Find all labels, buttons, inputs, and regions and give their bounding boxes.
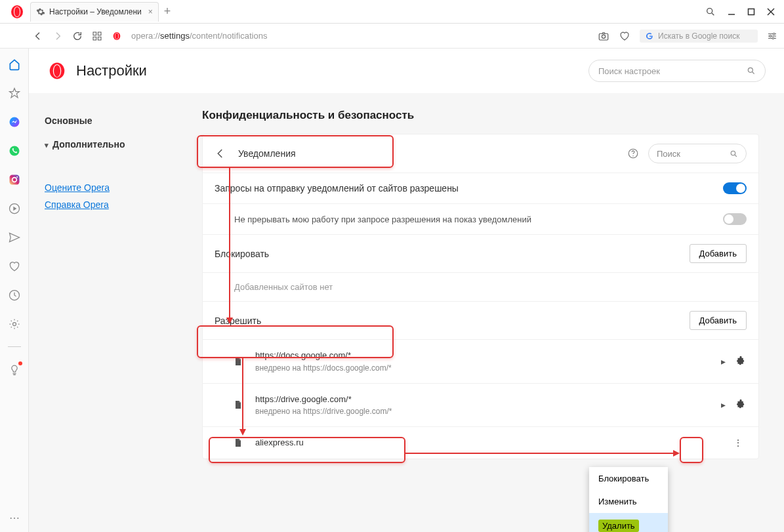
svg-rect-9 bbox=[93, 32, 96, 35]
reload-button[interactable] bbox=[72, 31, 83, 41]
search-icon bbox=[730, 150, 738, 158]
extension-icon[interactable] bbox=[735, 356, 747, 367]
block-empty-row: Добавленных сайтов нет bbox=[203, 273, 758, 302]
sidebar-heart-icon[interactable] bbox=[8, 260, 21, 273]
page-header: Настройки Поиск настроек bbox=[29, 49, 784, 93]
svg-point-34 bbox=[54, 65, 60, 77]
site-context-menu: Блокировать Изменить Удалить bbox=[589, 467, 668, 532]
svg-point-39 bbox=[731, 151, 735, 155]
sidebar-play-icon[interactable] bbox=[8, 202, 21, 215]
svg-line-36 bbox=[753, 72, 754, 74]
card-header-row: Уведомления Поиск bbox=[203, 134, 758, 173]
svg-point-28 bbox=[16, 176, 18, 178]
file-icon bbox=[233, 356, 243, 367]
svg-point-23 bbox=[772, 37, 774, 39]
allow-add-button[interactable]: Добавить bbox=[690, 311, 747, 330]
page-title: Настройки bbox=[76, 62, 147, 79]
sidebar-bookmarks-icon[interactable] bbox=[8, 87, 21, 100]
opera-logo-icon bbox=[47, 61, 67, 81]
google-g-icon bbox=[645, 31, 654, 41]
new-tab-button[interactable]: + bbox=[164, 5, 171, 18]
allow-site-row: aliexpress.ru ⋮ bbox=[203, 427, 758, 459]
site-text: https://drive.google.com/* внедрено на h… bbox=[255, 393, 721, 418]
menu-delete[interactable]: Удалить bbox=[589, 513, 668, 532]
svg-rect-12 bbox=[98, 37, 101, 40]
svg-point-2 bbox=[14, 7, 20, 16]
search-browser-icon[interactable] bbox=[705, 7, 716, 17]
settings-search-input[interactable]: Поиск настроек bbox=[588, 60, 766, 82]
easy-setup-icon[interactable] bbox=[767, 31, 777, 41]
option-do-not-disturb: Не прерывать мою работу при запросе разр… bbox=[203, 204, 758, 235]
svg-point-21 bbox=[773, 33, 775, 35]
notifications-card: Уведомления Поиск Запросы на отправку ув… bbox=[202, 134, 759, 459]
speed-dial-icon[interactable] bbox=[92, 31, 102, 41]
svg-rect-11 bbox=[93, 37, 96, 40]
window-close-button[interactable] bbox=[767, 8, 775, 16]
site-more-button[interactable]: ⋮ bbox=[730, 438, 747, 448]
site-text: https://docs.google.com/* внедрено на ht… bbox=[255, 349, 721, 374]
sidebar-whatsapp-icon[interactable] bbox=[8, 144, 21, 157]
sidebar-more-icon[interactable]: ⋯ bbox=[9, 512, 20, 524]
address-bar[interactable]: opera://settings/content/notifications bbox=[131, 31, 588, 41]
left-sidebar: ⋯ bbox=[0, 49, 29, 532]
menu-block[interactable]: Блокировать bbox=[589, 467, 668, 490]
file-icon bbox=[233, 399, 243, 410]
menu-edit[interactable]: Изменить bbox=[589, 490, 668, 513]
window-minimize-button[interactable] bbox=[728, 8, 735, 16]
opera-o-icon bbox=[112, 31, 122, 41]
toggle-nodisturb[interactable] bbox=[723, 213, 747, 225]
sidebar-messenger-icon[interactable] bbox=[8, 115, 21, 129]
chevron-right-icon[interactable]: ▸ bbox=[721, 356, 726, 367]
allow-section-header: Разрешить Добавить bbox=[203, 302, 758, 340]
sidebar-instagram-icon[interactable] bbox=[8, 173, 21, 186]
toolbar: opera://settings/content/notifications И… bbox=[0, 24, 784, 49]
svg-point-35 bbox=[748, 68, 753, 72]
search-icon bbox=[747, 66, 756, 75]
option-requests-allowed: Запросы на отправку уведомлений от сайто… bbox=[203, 173, 758, 204]
nav-basic[interactable]: Основные bbox=[41, 109, 172, 133]
card-title: Уведомления bbox=[238, 148, 296, 159]
card-search-input[interactable]: Поиск bbox=[648, 144, 747, 163]
svg-point-15 bbox=[115, 33, 119, 39]
opera-menu-icon[interactable] bbox=[9, 4, 25, 20]
sidebar-history-icon[interactable] bbox=[8, 289, 21, 302]
svg-rect-26 bbox=[9, 175, 19, 185]
nav-rate-opera[interactable]: Оцените Opera bbox=[45, 182, 168, 193]
main-area: Основные ▾Дополнительно Оцените Opera Сп… bbox=[29, 93, 784, 532]
chevron-right-icon[interactable]: ▸ bbox=[721, 399, 726, 410]
browser-tab[interactable]: Настройки – Уведомлени × bbox=[30, 2, 159, 22]
allow-site-row: https://drive.google.com/* внедрено на h… bbox=[203, 384, 758, 428]
nav-help-opera[interactable]: Справка Opera bbox=[45, 199, 168, 210]
block-add-button[interactable]: Добавить bbox=[690, 244, 747, 263]
site-text: aliexpress.ru bbox=[255, 436, 730, 449]
titlebar: Настройки – Уведомлени × + bbox=[0, 0, 784, 24]
settings-nav: Основные ▾Дополнительно Оцените Opera Сп… bbox=[29, 93, 184, 532]
svg-point-22 bbox=[770, 35, 772, 37]
sidebar-hint-icon[interactable] bbox=[8, 363, 21, 376]
svg-point-31 bbox=[12, 323, 16, 326]
svg-point-3 bbox=[707, 8, 712, 13]
toggle-requests[interactable] bbox=[723, 182, 747, 194]
back-arrow-icon[interactable] bbox=[215, 148, 226, 159]
nav-advanced[interactable]: ▾Дополнительно bbox=[41, 133, 172, 156]
nav-forward-button[interactable] bbox=[52, 31, 63, 41]
block-section-header: Блокировать Добавить bbox=[203, 235, 758, 273]
nav-back-button[interactable] bbox=[33, 31, 43, 41]
sidebar-divider bbox=[8, 346, 21, 347]
sidebar-home-icon[interactable] bbox=[8, 58, 21, 71]
snapshot-icon[interactable] bbox=[598, 30, 609, 42]
svg-line-4 bbox=[712, 13, 714, 15]
gear-icon bbox=[36, 7, 45, 16]
svg-point-38 bbox=[632, 155, 634, 157]
tab-close-icon[interactable]: × bbox=[148, 7, 153, 16]
heart-bookmark-icon[interactable] bbox=[619, 30, 630, 42]
section-heading: Конфиденциальность и безопасность bbox=[184, 109, 768, 122]
window-maximize-button[interactable] bbox=[747, 8, 755, 16]
sidebar-send-icon[interactable] bbox=[8, 231, 21, 244]
help-icon[interactable] bbox=[627, 148, 639, 159]
sidebar-settings-icon[interactable] bbox=[8, 317, 21, 331]
google-search-input[interactable]: Искать в Google поиск bbox=[640, 30, 758, 43]
extension-icon[interactable] bbox=[735, 399, 747, 411]
settings-content: Конфиденциальность и безопасность Уведом… bbox=[184, 93, 784, 532]
allow-site-row: https://docs.google.com/* внедрено на ht… bbox=[203, 340, 758, 384]
